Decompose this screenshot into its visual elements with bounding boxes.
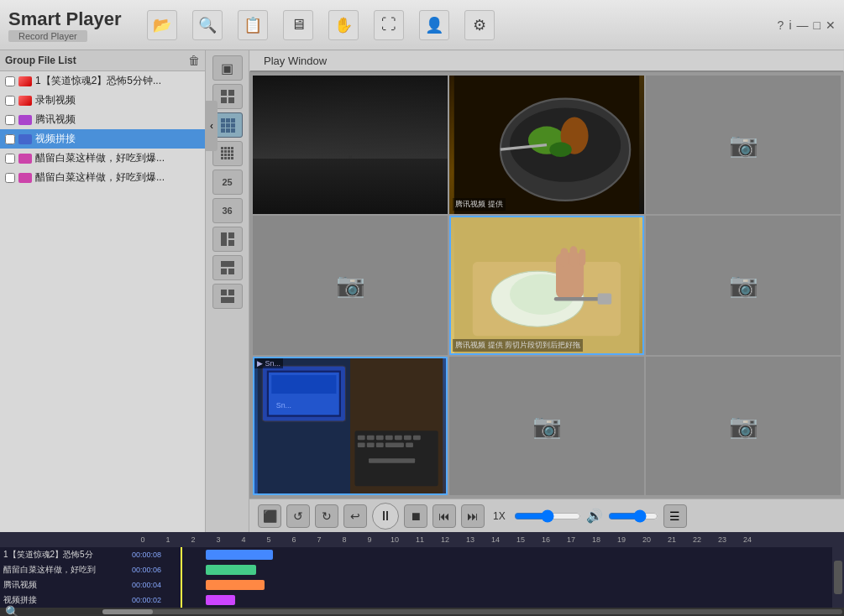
view-custom3-button[interactable] [212,284,243,309]
play-window-tab[interactable]: Play Window [249,50,844,72]
timeline-scroll-track[interactable] [102,609,842,614]
settings-gear-button[interactable]: ⚙ [464,10,495,40]
svg-rect-50 [561,248,569,267]
video-cell-6[interactable]: 📷 [646,216,841,354]
stop-button[interactable]: ⏹ [404,504,427,528]
resize-button[interactable]: ⛶ [374,10,404,40]
file-checkbox-5[interactable] [5,154,15,164]
forward-frame-button[interactable]: ↻ [315,504,338,528]
close-button[interactable]: ✕ [826,18,836,32]
list-item[interactable]: 腾讯视频 [0,110,205,129]
svg-rect-72 [376,442,384,447]
snapshot-button[interactable]: ⬛ [258,504,281,528]
track-bar-4[interactable] [206,595,235,605]
zoom-icon[interactable]: 🔍 [5,605,19,616]
view-36-button[interactable]: 36 [212,198,243,223]
document-button[interactable]: 📋 [238,10,268,40]
ruler-mark: 9 [357,535,382,544]
speed-slider[interactable] [514,509,581,523]
svg-rect-31 [228,240,234,246]
list-item[interactable]: 1【笑道惊魂2】恐怖5分钟... [0,71,205,91]
prev-button[interactable]: ⏮ [432,504,456,528]
video-cell-8[interactable]: 📷 [449,357,644,495]
hand-button[interactable]: ✋ [328,10,359,40]
file-checkbox-3[interactable] [5,115,15,125]
volume-slider[interactable] [608,509,658,523]
list-item[interactable]: 录制视频 [0,91,205,110]
help-button[interactable]: ? [778,18,784,32]
ruler-mark: 24 [735,535,760,544]
screen-button[interactable]: 🖥 [283,10,313,40]
video-cell-7[interactable]: Sn... [253,357,448,495]
video-cell-5[interactable]: 腾讯视频 提供 剪切片段切到后把好拖 [449,216,644,354]
list-item[interactable]: 醋留白菜这样做，好吃到爆... [0,149,205,168]
play-area: Play Window [249,50,844,532]
info-button[interactable]: i [789,18,791,32]
svg-rect-12 [231,128,235,133]
video-cell-9[interactable]: 📷 [646,357,841,495]
svg-rect-32 [221,261,234,267]
svg-rect-36 [228,290,234,295]
svg-rect-14 [224,147,227,149]
track-row-3[interactable]: 00:00:04 [130,577,832,593]
pause-button[interactable]: ⏸ [372,503,399,530]
camera-icon-6: 📷 [729,271,758,299]
svg-rect-59 [271,375,336,394]
file-checkbox-1[interactable] [5,76,15,86]
rewind-frame-button[interactable]: ↺ [286,504,310,528]
video-cell-1[interactable] [253,76,448,214]
ruler-mark: 8 [332,535,357,544]
track-bar-1[interactable] [206,550,273,560]
video-overlay-text-5: 腾讯视频 提供 剪切片段切到后把好拖 [453,339,583,352]
video-cell-3[interactable]: 📷 [646,76,841,214]
settings-button[interactable]: ☰ [663,504,687,528]
view-1x1-button[interactable]: ▣ [212,55,243,81]
file-checkbox-6[interactable] [5,173,15,183]
svg-rect-8 [226,123,230,128]
file-checkbox-4[interactable] [5,134,15,144]
minimize-button[interactable]: — [797,18,809,32]
camera-icon-3: 📷 [729,131,758,159]
svg-rect-19 [228,150,230,153]
view-25-button[interactable]: 25 [212,170,243,195]
ruler-mark: 13 [458,535,483,544]
step-back-button[interactable]: ↩ [343,504,367,528]
ruler-mark: 7 [307,535,332,544]
view-custom1-button[interactable] [212,227,243,252]
svg-rect-68 [404,435,412,440]
delete-icon[interactable]: 🗑 [188,54,200,67]
user-button[interactable]: 👤 [419,10,449,40]
collapse-sidebar-button[interactable]: ‹ [206,101,218,151]
maximize-button[interactable]: □ [814,18,820,32]
next-button[interactable]: ⏭ [461,504,485,528]
ruler-mark: 10 [382,535,407,544]
track-row-2[interactable]: 00:00:06 [130,562,832,577]
track-bar-2[interactable] [206,565,256,575]
list-item[interactable]: 醋留白菜这样做，好吃到爆... [0,168,205,187]
svg-rect-17 [221,150,223,153]
track-row-4[interactable]: 00:00:02 [130,593,832,608]
svg-rect-66 [385,435,393,440]
track-row-1[interactable]: 00:00:08 [130,547,832,562]
video-cell-2[interactable]: 腾讯视频 提供 [449,76,644,214]
view-custom2-button[interactable] [212,255,243,280]
tracks-content[interactable]: 00:00:08 00:00:06 00:00:04 00:00:02 [130,547,832,608]
video-cell-4[interactable]: 📷 [253,216,448,354]
search-button[interactable]: 🔍 [192,10,223,40]
scroll-thumb-v[interactable] [834,561,842,594]
volume-icon[interactable]: 🔊 [586,508,603,524]
camera-icon-9: 📷 [729,412,758,440]
file-checkbox-2[interactable] [5,96,15,106]
track-bar-3[interactable] [206,580,265,590]
track-labels: 1【笑道惊魂2】恐怖5分 醋留白菜这样做，好吃到 腾讯视频 视频拼接 [0,547,130,608]
svg-rect-75 [369,458,415,463]
ruler-mark: 6 [281,535,307,544]
ruler-mark: 11 [407,535,432,544]
svg-rect-24 [231,154,233,156]
open-file-button[interactable]: 📂 [147,10,177,40]
timeline-scroll-thumb[interactable] [102,609,153,614]
list-item[interactable]: 视频拼接 [0,129,205,149]
ruler-mark: 16 [533,535,558,544]
timeline-scrollbar-v[interactable] [832,547,844,608]
svg-rect-29 [221,232,227,246]
